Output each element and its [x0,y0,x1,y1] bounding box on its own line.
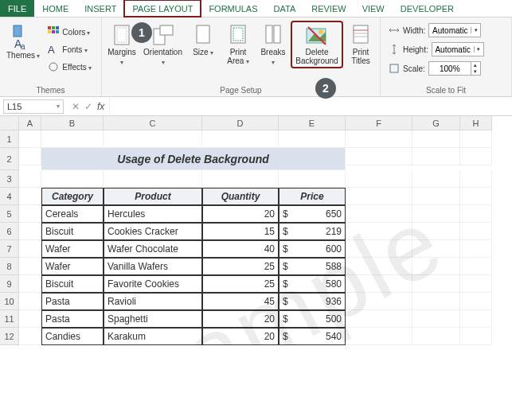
cell[interactable] [460,240,492,258]
cell[interactable] [19,293,41,310]
cell[interactable]: 20 [202,205,279,223]
cell[interactable] [346,170,412,188]
table-title[interactable]: Usage of Delete Background [41,148,346,170]
enter-formula-icon[interactable]: ✓ [84,101,92,112]
cell[interactable] [346,240,412,258]
chevron-down-icon[interactable]: ▾ [471,68,480,75]
cell[interactable] [19,130,41,148]
row-header[interactable]: 12 [0,328,19,345]
cell[interactable] [19,240,41,258]
cell[interactable] [346,223,412,240]
cell[interactable]: $600 [279,240,346,258]
cell[interactable] [19,188,41,205]
cell[interactable] [279,130,346,148]
cell[interactable] [412,130,460,148]
cell[interactable] [412,188,460,205]
cell[interactable] [19,275,41,293]
tab-view[interactable]: VIEW [354,0,393,17]
column-header[interactable]: G [412,116,460,130]
table-header[interactable]: Price [279,188,346,205]
select-all-corner[interactable] [0,116,19,130]
cell[interactable] [41,170,104,188]
cell[interactable]: 40 [202,240,279,258]
cell[interactable] [460,148,492,165]
column-header[interactable]: H [460,116,492,130]
cell[interactable]: 25 [202,258,279,275]
cancel-formula-icon[interactable]: ✕ [72,101,80,112]
tab-insert[interactable]: INSERT [76,0,124,17]
cell[interactable] [412,223,460,240]
column-header[interactable]: C [104,116,202,130]
cell[interactable] [19,205,41,223]
cell[interactable]: Karakum [104,328,202,345]
cell[interactable]: 20 [202,310,279,328]
cell[interactable]: $580 [279,275,346,293]
table-header[interactable]: Product [104,188,202,205]
cell[interactable] [412,293,460,310]
cell[interactable] [104,130,202,148]
cell[interactable] [346,148,412,165]
tab-file[interactable]: FILE [0,0,34,17]
cell[interactable] [460,170,492,188]
cell[interactable]: Wafer [41,240,104,258]
column-header[interactable]: B [41,116,104,130]
effects-button[interactable]: Effects [48,59,92,75]
column-header[interactable]: F [346,116,412,130]
scale-stepper[interactable]: ▴▾ [428,61,481,76]
cell[interactable] [412,258,460,275]
cell[interactable]: Biscuit [41,223,104,240]
cell[interactable] [412,328,460,345]
cell[interactable]: Biscuit [41,275,104,293]
cell[interactable]: Vanilla Wafers [104,258,202,275]
chevron-down-icon[interactable]: ▾ [474,46,483,52]
column-header[interactable]: D [202,116,279,130]
row-header[interactable]: 10 [0,293,19,310]
insert-function-button[interactable]: fx [97,101,104,112]
cell[interactable]: Pasta [41,293,104,310]
row-header[interactable]: 6 [0,223,19,240]
tab-review[interactable]: REVIEW [303,0,354,17]
tab-formulas[interactable]: FORMULAS [201,0,265,17]
row-header[interactable]: 8 [0,258,19,275]
cell[interactable] [279,170,346,188]
table-header[interactable]: Category [41,188,104,205]
column-header[interactable]: A [19,116,41,130]
cell[interactable] [346,205,412,223]
tab-data[interactable]: DATA [266,0,304,17]
name-box[interactable]: L15▾ [3,99,64,114]
chevron-down-icon[interactable]: ▾ [57,103,60,110]
column-header[interactable]: E [279,116,346,130]
cell[interactable]: 20 [202,328,279,345]
cell[interactable] [202,130,279,148]
cell[interactable] [460,328,492,345]
cell[interactable]: 25 [202,275,279,293]
cell[interactable] [19,148,41,165]
cell[interactable]: Favorite Cookies [104,275,202,293]
cell[interactable] [412,148,460,165]
cell[interactable] [460,205,492,223]
cell[interactable] [346,275,412,293]
row-header[interactable]: 2 [0,148,19,170]
width-select[interactable]: ▾ [428,23,481,37]
chevron-up-icon[interactable]: ▴ [471,62,480,68]
cell[interactable] [346,188,412,205]
cell[interactable]: $588 [279,258,346,275]
cell[interactable] [412,170,460,188]
breaks-button[interactable]: Breaks [257,22,289,68]
cell[interactable] [41,130,104,148]
cell[interactable] [19,328,41,345]
size-button[interactable]: Size [187,22,219,59]
fonts-button[interactable]: AFonts [48,41,92,57]
cell[interactable] [460,310,492,328]
cell[interactable] [460,293,492,310]
cell[interactable] [460,188,492,205]
cell[interactable]: Pasta [41,310,104,328]
cell[interactable] [460,223,492,240]
delete-background-button[interactable]: Delete Background [292,22,342,67]
cell[interactable] [412,310,460,328]
cell[interactable]: $936 [279,293,346,310]
print-titles-button[interactable]: Print Titles [345,22,377,67]
cell[interactable]: Ravioli [104,293,202,310]
cell[interactable] [346,130,412,148]
cell[interactable] [19,223,41,240]
